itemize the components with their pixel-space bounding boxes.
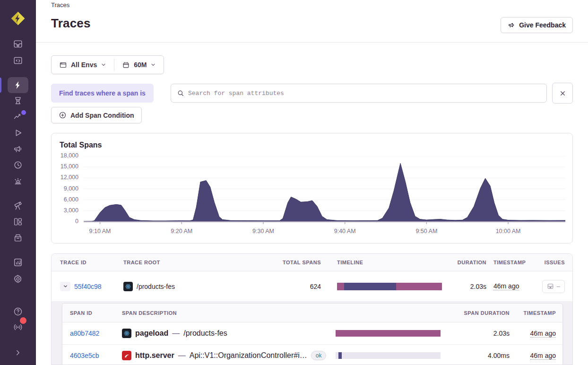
col-span-duration: SPAN DURATION — [441, 310, 510, 316]
sidebar-item-alerts[interactable] — [8, 174, 28, 190]
sidebar — [0, 0, 36, 365]
sidebar-collapse-button[interactable] — [8, 345, 28, 361]
environment-filter-button[interactable]: All Envs — [52, 56, 114, 74]
y-axis-tick-label: 12,000 — [41, 174, 78, 181]
find-traces-chip[interactable]: Find traces where a span is — [51, 84, 154, 103]
sidebar-item-settings[interactable] — [8, 271, 28, 287]
span-description-cell: http.server — Api::V1::OrganizationContr… — [122, 351, 336, 360]
calendar-icon — [122, 61, 130, 69]
total-spans-value: 624 — [276, 283, 321, 290]
give-feedback-button[interactable]: Give Feedback — [501, 17, 573, 33]
timeline-segment — [344, 283, 396, 290]
chevron-down-icon — [63, 284, 68, 289]
sidebar-item-issues[interactable] — [8, 36, 28, 52]
clock-icon — [13, 160, 23, 170]
megaphone-icon — [13, 144, 23, 154]
spans-table: SPAN ID SPAN DESCRIPTION SPAN DURATION T… — [62, 303, 563, 365]
span-duration-bar — [336, 352, 441, 359]
sidebar-item-discover[interactable] — [8, 198, 28, 214]
search-icon — [177, 89, 184, 97]
give-feedback-label: Give Feedback — [519, 21, 566, 29]
active-nav-indicator — [0, 78, 1, 93]
span-timestamp[interactable]: 46m ago — [530, 352, 556, 360]
chevron-right-icon — [14, 348, 22, 357]
x-axis-tick-label: 9:20 AM — [165, 228, 198, 235]
sidebar-item-releases[interactable] — [8, 230, 28, 246]
trace-row: 55f40c98 /products-fes 624 2.03s — [52, 271, 572, 301]
span-id-link[interactable]: a80b7482 — [70, 330, 99, 337]
sidebar-item-replays[interactable] — [8, 125, 28, 141]
span-id-link[interactable]: 4603e5cb — [70, 352, 99, 359]
span-timestamp[interactable]: 46m ago — [530, 330, 556, 338]
siren-icon — [13, 176, 23, 187]
sidebar-item-projects[interactable] — [8, 52, 28, 69]
col-span-description: SPAN DESCRIPTION — [122, 310, 336, 316]
sidebar-item-feedback[interactable] — [8, 141, 28, 157]
col-timeline: TIMELINE — [337, 260, 444, 265]
trace-id-cell: 55f40c98 — [60, 282, 123, 291]
col-trace-id: TRACE ID — [60, 260, 123, 265]
add-span-condition-label: Add Span Condition — [70, 112, 134, 119]
timeline-cell — [337, 283, 444, 290]
sidebar-item-dashboards[interactable] — [8, 214, 28, 230]
col-duration: DURATION — [444, 260, 486, 265]
page-header: Traces Traces Give Feedback — [36, 0, 588, 43]
span-op: http.server — [135, 351, 174, 360]
close-icon — [559, 90, 566, 97]
y-axis-tick-label: 18,000 — [41, 152, 78, 159]
issues-icon — [13, 39, 23, 49]
projects-icon — [13, 55, 23, 66]
traces-lightning-icon — [13, 80, 23, 90]
org-logo-icon — [10, 10, 26, 26]
sidebar-item-traces[interactable] — [8, 77, 28, 93]
sidebar-item-crons[interactable] — [8, 157, 28, 173]
span-row: 4603e5cb http.server — Api::V1::Organiza… — [62, 345, 562, 365]
megaphone-icon — [508, 21, 515, 29]
plus-circle-icon — [59, 111, 67, 119]
total-spans-area-chart — [84, 156, 565, 225]
col-span-id: SPAN ID — [70, 310, 122, 316]
col-trace-root: TRACE ROOT — [123, 260, 276, 265]
time-range-filter-label: 60M — [134, 61, 147, 69]
search-input[interactable] — [188, 90, 541, 97]
trace-id-link[interactable]: 55f40c98 — [74, 283, 102, 290]
sentry-org-logo[interactable] — [10, 10, 26, 26]
clear-search-button[interactable] — [552, 83, 573, 104]
sidebar-item-profiling[interactable] — [8, 93, 28, 109]
x-axis-tick-label: 9:10 AM — [84, 228, 117, 235]
expand-trace-button[interactable] — [60, 282, 70, 291]
span-duration-bar — [336, 330, 441, 337]
breadcrumb[interactable]: Traces — [51, 1, 69, 9]
page-title: Traces — [51, 16, 91, 31]
timeline-segment — [396, 283, 442, 290]
y-axis-tick-label: 6,000 — [41, 196, 78, 203]
gear-icon — [13, 274, 23, 284]
sidebar-item-stats[interactable] — [8, 254, 28, 270]
traces-table-header: TRACE ID TRACE ROOT TOTAL SPANS TIMELINE… — [52, 254, 572, 271]
trace-issues-button[interactable]: – — [542, 280, 565, 293]
span-duration-value: 2.03s — [441, 330, 510, 337]
trace-timestamp[interactable]: 46m ago — [493, 282, 519, 290]
duration-bar-track — [336, 352, 441, 359]
y-axis-tick-label: 3,000 — [41, 207, 78, 214]
sidebar-item-help[interactable] — [8, 304, 28, 320]
y-axis-tick-label: 9,000 — [41, 185, 78, 192]
insights-notification-dot — [21, 110, 26, 115]
react-icon — [122, 329, 131, 338]
span-row: a80b7482 pageload — /products-fes 2.03s — [62, 322, 562, 345]
dash-separator: — — [172, 329, 180, 338]
find-traces-chip-label: Find traces where a span is — [59, 89, 146, 97]
x-axis-tick-label: 10:00 AM — [492, 228, 525, 235]
span-description: /products-fes — [183, 329, 227, 338]
dash-separator: — — [178, 351, 186, 360]
time-range-filter-button[interactable]: 60M — [114, 56, 164, 74]
add-span-condition-button[interactable]: Add Span Condition — [51, 107, 142, 123]
duration-bar-fill — [336, 330, 441, 337]
trace-root-cell: /products-fes — [123, 282, 276, 291]
issues-icon — [547, 283, 554, 290]
chevron-down-icon — [101, 62, 106, 68]
span-attribute-search[interactable] — [171, 84, 547, 103]
releases-archive-icon — [13, 233, 23, 243]
expanded-trace-zone: SPAN ID SPAN DESCRIPTION SPAN DURATION T… — [52, 301, 572, 365]
x-axis-tick-label: 9:50 AM — [410, 228, 443, 235]
